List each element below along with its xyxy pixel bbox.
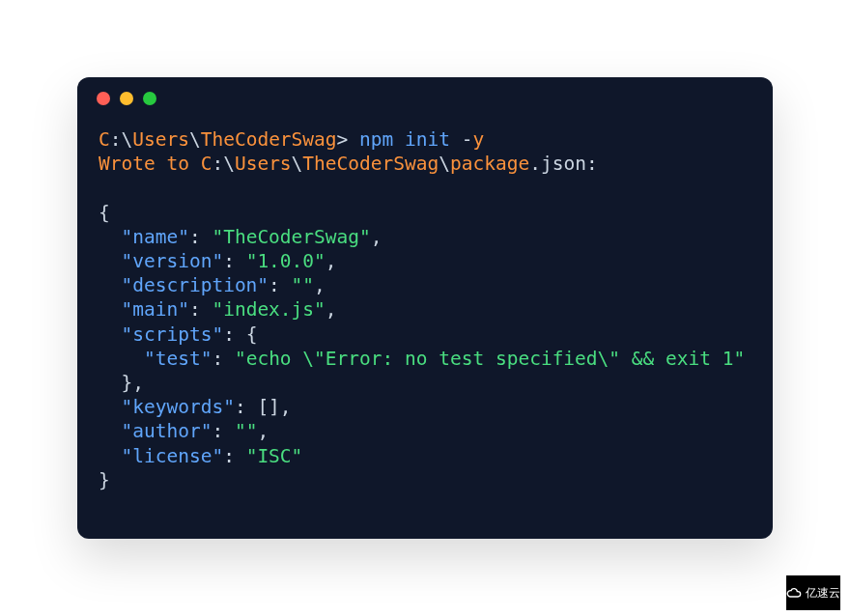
wrote-slash2: \ (439, 153, 450, 175)
wrote-usersdir: Users (235, 153, 292, 175)
val-keywords: [] (257, 396, 279, 418)
prompt-sep: :\ (110, 128, 132, 151)
prompt-usersdir: Users (132, 128, 189, 151)
cmd-init: init (405, 128, 450, 151)
prompt-drive: C (99, 128, 110, 151)
key-description: "description" (121, 274, 269, 296)
val-name: "TheCoderSwag" (212, 226, 370, 248)
prompt-marker: > (337, 128, 359, 151)
wrote-user: TheCoderSwag (302, 153, 439, 175)
brace-close: } (99, 469, 110, 491)
cmd-dash: - (450, 128, 472, 151)
terminal-output: C:\Users\TheCoderSwag> npm init -y Wrote… (77, 120, 773, 514)
prompt-user: TheCoderSwag (201, 128, 337, 151)
key-main: "main" (121, 298, 188, 321)
watermark-text: 亿速云 (806, 585, 840, 602)
window-titlebar (77, 77, 773, 120)
brace-open: { (99, 202, 110, 224)
key-author: "author" (121, 420, 212, 442)
val-author: "" (235, 420, 257, 442)
wrote-prefix: Wrote to (99, 153, 201, 175)
val-license: "ISC" (246, 445, 303, 467)
val-description: "" (292, 274, 314, 296)
wrote-sep: :\ (212, 153, 234, 175)
val-version: "1.0.0" (246, 250, 326, 272)
maximize-icon[interactable] (143, 92, 156, 105)
cloud-icon (786, 585, 802, 601)
key-name: "name" (121, 226, 188, 248)
cmd-npm: npm (359, 128, 393, 151)
wrote-file: package (450, 153, 529, 175)
key-scripts: "scripts" (121, 323, 223, 346)
key-keywords: "keywords" (121, 396, 234, 418)
val-main: "index.js" (212, 298, 325, 321)
prompt-slash: \ (189, 128, 201, 151)
minimize-icon[interactable] (120, 92, 133, 105)
watermark-logo: 亿速云 (786, 575, 840, 610)
val-test: "echo \"Error: no test specified\" && ex… (235, 348, 745, 370)
wrote-suffix: .json: (529, 153, 597, 175)
key-version: "version" (121, 250, 223, 272)
cmd-flag: y (473, 128, 485, 151)
wrote-slash1: \ (292, 153, 303, 175)
key-license: "license" (121, 445, 223, 467)
wrote-drive: C (201, 153, 212, 175)
close-icon[interactable] (97, 92, 110, 105)
key-test: "test" (144, 348, 212, 370)
terminal-window: C:\Users\TheCoderSwag> npm init -y Wrote… (77, 77, 773, 539)
